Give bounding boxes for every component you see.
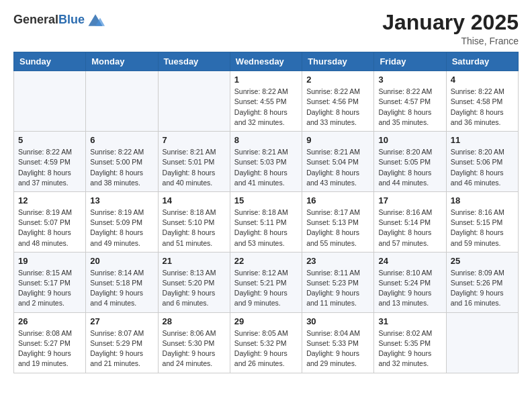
day-info: Sunrise: 8:15 AM Sunset: 5:17 PM Dayligh… [18, 268, 81, 309]
day-number: 6 [90, 135, 153, 145]
calendar-cell: 21Sunrise: 8:13 AM Sunset: 5:20 PM Dayli… [158, 252, 230, 312]
day-number: 26 [18, 316, 81, 326]
calendar-cell: 4Sunrise: 8:22 AM Sunset: 4:58 PM Daylig… [446, 71, 518, 132]
calendar-cell: 20Sunrise: 8:14 AM Sunset: 5:18 PM Dayli… [86, 252, 158, 312]
day-number: 1 [234, 75, 298, 85]
day-info: Sunrise: 8:22 AM Sunset: 5:00 PM Dayligh… [90, 147, 153, 188]
logo-icon [86, 11, 105, 30]
day-info: Sunrise: 8:12 AM Sunset: 5:21 PM Dayligh… [234, 268, 298, 309]
day-info: Sunrise: 8:22 AM Sunset: 4:57 PM Dayligh… [378, 87, 441, 128]
calendar-header-row: SundayMondayTuesdayWednesdayThursdayFrid… [14, 52, 519, 71]
day-info: Sunrise: 8:14 AM Sunset: 5:18 PM Dayligh… [90, 268, 153, 309]
calendar-cell: 29Sunrise: 8:05 AM Sunset: 5:32 PM Dayli… [230, 312, 302, 373]
day-number: 27 [90, 316, 153, 326]
day-info: Sunrise: 8:21 AM Sunset: 5:04 PM Dayligh… [306, 147, 369, 188]
day-info: Sunrise: 8:11 AM Sunset: 5:23 PM Dayligh… [306, 268, 369, 309]
weekday-header: Friday [374, 52, 446, 71]
day-info: Sunrise: 8:17 AM Sunset: 5:13 PM Dayligh… [306, 208, 369, 248]
day-number: 15 [234, 195, 298, 205]
calendar-cell: 15Sunrise: 8:18 AM Sunset: 5:11 PM Dayli… [230, 191, 302, 252]
calendar-cell: 10Sunrise: 8:20 AM Sunset: 5:05 PM Dayli… [374, 132, 446, 192]
day-info: Sunrise: 8:22 AM Sunset: 4:56 PM Dayligh… [306, 87, 369, 128]
day-number: 14 [163, 195, 226, 205]
day-info: Sunrise: 8:21 AM Sunset: 5:01 PM Dayligh… [163, 147, 226, 188]
day-number: 10 [378, 135, 441, 145]
calendar-cell: 26Sunrise: 8:08 AM Sunset: 5:27 PM Dayli… [14, 312, 86, 373]
calendar-cell: 17Sunrise: 8:16 AM Sunset: 5:14 PM Dayli… [374, 191, 446, 252]
calendar-cell: 31Sunrise: 8:02 AM Sunset: 5:35 PM Dayli… [374, 312, 446, 373]
header: GeneralBlue January 2025 Thise, France [13, 11, 519, 46]
day-number: 22 [234, 256, 298, 266]
calendar-table: SundayMondayTuesdayWednesdayThursdayFrid… [13, 52, 519, 373]
day-number: 29 [234, 316, 298, 326]
day-info: Sunrise: 8:21 AM Sunset: 5:03 PM Dayligh… [234, 147, 298, 188]
month-title: January 2025 [382, 11, 519, 34]
day-info: Sunrise: 8:22 AM Sunset: 4:58 PM Dayligh… [451, 87, 514, 128]
calendar-cell: 3Sunrise: 8:22 AM Sunset: 4:57 PM Daylig… [374, 71, 446, 132]
day-info: Sunrise: 8:02 AM Sunset: 5:35 PM Dayligh… [378, 328, 441, 369]
day-info: Sunrise: 8:16 AM Sunset: 5:14 PM Dayligh… [378, 208, 441, 248]
day-number: 9 [306, 135, 369, 145]
weekday-header: Wednesday [230, 52, 302, 71]
day-info: Sunrise: 8:18 AM Sunset: 5:10 PM Dayligh… [163, 208, 226, 248]
calendar-week-row: 1Sunrise: 8:22 AM Sunset: 4:55 PM Daylig… [14, 71, 519, 132]
logo-general: General [13, 13, 58, 26]
day-number: 30 [306, 316, 369, 326]
day-number: 8 [234, 135, 298, 145]
calendar-cell: 8Sunrise: 8:21 AM Sunset: 5:03 PM Daylig… [230, 132, 302, 192]
location: Thise, France [382, 36, 519, 46]
day-number: 28 [163, 316, 226, 326]
day-number: 25 [451, 256, 514, 266]
calendar-cell: 12Sunrise: 8:19 AM Sunset: 5:07 PM Dayli… [14, 191, 86, 252]
day-info: Sunrise: 8:04 AM Sunset: 5:33 PM Dayligh… [306, 328, 369, 369]
day-number: 20 [90, 256, 153, 266]
day-info: Sunrise: 8:09 AM Sunset: 5:26 PM Dayligh… [451, 268, 514, 309]
calendar-cell: 25Sunrise: 8:09 AM Sunset: 5:26 PM Dayli… [446, 252, 518, 312]
day-number: 31 [378, 316, 441, 326]
calendar-cell: 13Sunrise: 8:19 AM Sunset: 5:09 PM Dayli… [86, 191, 158, 252]
calendar-week-row: 19Sunrise: 8:15 AM Sunset: 5:17 PM Dayli… [14, 252, 519, 312]
title-block: January 2025 Thise, France [382, 11, 519, 46]
calendar-cell: 24Sunrise: 8:10 AM Sunset: 5:24 PM Dayli… [374, 252, 446, 312]
logo-blue: Blue [58, 13, 85, 26]
calendar-cell: 30Sunrise: 8:04 AM Sunset: 5:33 PM Dayli… [302, 312, 374, 373]
day-info: Sunrise: 8:08 AM Sunset: 5:27 PM Dayligh… [18, 328, 81, 369]
day-number: 7 [163, 135, 226, 145]
day-number: 12 [18, 195, 81, 205]
day-info: Sunrise: 8:22 AM Sunset: 4:59 PM Dayligh… [18, 147, 81, 188]
day-number: 19 [18, 256, 81, 266]
calendar-cell: 1Sunrise: 8:22 AM Sunset: 4:55 PM Daylig… [230, 71, 302, 132]
calendar-cell: 23Sunrise: 8:11 AM Sunset: 5:23 PM Dayli… [302, 252, 374, 312]
day-info: Sunrise: 8:16 AM Sunset: 5:15 PM Dayligh… [451, 208, 514, 248]
calendar-cell: 22Sunrise: 8:12 AM Sunset: 5:21 PM Dayli… [230, 252, 302, 312]
calendar-cell [446, 312, 518, 373]
calendar-cell: 28Sunrise: 8:06 AM Sunset: 5:30 PM Dayli… [158, 312, 230, 373]
day-number: 4 [451, 75, 514, 85]
calendar-week-row: 26Sunrise: 8:08 AM Sunset: 5:27 PM Dayli… [14, 312, 519, 373]
page: GeneralBlue January 2025 Thise, France S… [0, 0, 532, 387]
day-info: Sunrise: 8:22 AM Sunset: 4:55 PM Dayligh… [234, 87, 298, 128]
day-number: 24 [378, 256, 441, 266]
calendar-cell: 7Sunrise: 8:21 AM Sunset: 5:01 PM Daylig… [158, 132, 230, 192]
day-number: 21 [163, 256, 226, 266]
day-info: Sunrise: 8:20 AM Sunset: 5:06 PM Dayligh… [451, 147, 514, 188]
weekday-header: Saturday [446, 52, 518, 71]
day-info: Sunrise: 8:05 AM Sunset: 5:32 PM Dayligh… [234, 328, 298, 369]
calendar-cell [158, 71, 230, 132]
calendar-cell: 18Sunrise: 8:16 AM Sunset: 5:15 PM Dayli… [446, 191, 518, 252]
weekday-header: Thursday [302, 52, 374, 71]
day-number: 13 [90, 195, 153, 205]
day-number: 11 [451, 135, 514, 145]
day-number: 23 [306, 256, 369, 266]
calendar-cell: 2Sunrise: 8:22 AM Sunset: 4:56 PM Daylig… [302, 71, 374, 132]
day-info: Sunrise: 8:20 AM Sunset: 5:05 PM Dayligh… [378, 147, 441, 188]
calendar-cell: 14Sunrise: 8:18 AM Sunset: 5:10 PM Dayli… [158, 191, 230, 252]
day-number: 3 [378, 75, 441, 85]
day-info: Sunrise: 8:18 AM Sunset: 5:11 PM Dayligh… [234, 208, 298, 248]
day-number: 17 [378, 195, 441, 205]
calendar-cell [14, 71, 86, 132]
calendar-week-row: 12Sunrise: 8:19 AM Sunset: 5:07 PM Dayli… [14, 191, 519, 252]
day-info: Sunrise: 8:13 AM Sunset: 5:20 PM Dayligh… [163, 268, 226, 309]
calendar-cell: 11Sunrise: 8:20 AM Sunset: 5:06 PM Dayli… [446, 132, 518, 192]
day-info: Sunrise: 8:19 AM Sunset: 5:09 PM Dayligh… [90, 208, 153, 248]
